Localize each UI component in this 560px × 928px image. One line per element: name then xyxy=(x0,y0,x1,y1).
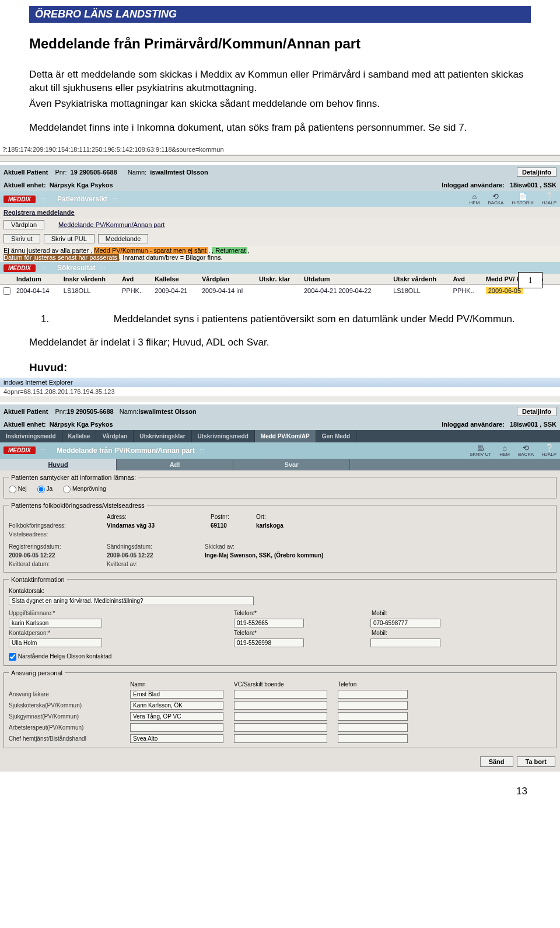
patient-bar-2: Aktuell Patient Pnr: 19 290505-6688 Namn… xyxy=(0,404,560,418)
upplamn-input[interactable]: karin Karlsson xyxy=(9,619,102,627)
meddix-logo: MEDDIX xyxy=(4,196,36,203)
ansv-lakare-input[interactable]: Ernst Blad xyxy=(130,690,223,699)
address-bar: ?:185:174:209:190:154:18:111:250:196:5:1… xyxy=(0,144,560,156)
page-title: Meddelande från Primärvård/Kommun/Annan … xyxy=(29,34,531,53)
screenshot-patient-overview: ?:185:174:209:190:154:18:111:250:196:5:1… xyxy=(0,144,560,296)
home-icon-2[interactable]: ⌂HEM xyxy=(499,444,510,457)
tab-kallelse[interactable]: Kallelse xyxy=(62,430,97,442)
print-pul-button[interactable]: Skriv ut PUL xyxy=(44,234,94,243)
radio-nej[interactable]: Nej xyxy=(9,486,27,493)
home-icon[interactable]: ⌂HEM xyxy=(470,193,480,205)
unit-bar-2: Aktuell enhet: Närpsyk Kga Psykos Inlogg… xyxy=(0,418,560,430)
status-legend: Ej ännu justerad av alla parter , Medd P… xyxy=(0,246,560,262)
list-text-1: Meddelandet syns i patientens patientöve… xyxy=(114,313,515,325)
tab-utskrivningsklar[interactable]: Utskrivningsklar xyxy=(134,430,191,442)
personnel-fieldset: Ansvarig personal Namn VC/Särskilt boend… xyxy=(4,669,556,748)
page-number: 13 xyxy=(0,772,560,803)
delete-button[interactable]: Ta bort xyxy=(517,756,555,767)
subtab-adl[interactable]: Adl xyxy=(117,459,233,470)
sokresultat-bar: MEDDIX ::: Sökresultat ::: xyxy=(0,262,560,274)
kontaktorsak-input[interactable]: Sista dygnet en aning förvirrad. Medicin… xyxy=(9,596,254,605)
radio-ja[interactable]: Ja xyxy=(37,486,52,493)
narstaende-checkbox[interactable]: Närstående Helga Olsson kontaktad xyxy=(9,653,111,661)
back-icon-2[interactable]: ⟲BACKA xyxy=(518,444,534,457)
callout-1: 1 xyxy=(518,272,542,288)
print-button[interactable]: Skriv ut xyxy=(4,234,40,243)
help-icon[interactable]: ❔HJÄLP xyxy=(542,193,556,205)
main-tabs: Inskrivningsmedd Kallelse Vårdplan Utskr… xyxy=(0,430,560,442)
print-icon[interactable]: 🖶SKRIV UT xyxy=(470,444,491,457)
org-banner: ÖREBRO LÄNS LANDSTING xyxy=(29,6,531,23)
mob1-input[interactable]: 070-6598777 xyxy=(370,619,440,627)
sub-tabs: Huvud Adl Svar xyxy=(0,459,560,470)
tel1-input[interactable]: 019-552665 xyxy=(234,619,304,627)
tabs-info: Meddelandet är indelat i 3 flikar; Huvud… xyxy=(29,337,531,348)
para-3: Meddelandet finns inte i Inkomna dokumen… xyxy=(29,121,531,135)
patient-bar: Aktuell Patient Pnr: 19 290505-6688 Namn… xyxy=(0,165,560,179)
window-title: indows Internet Explorer xyxy=(0,378,560,387)
results-table: Indatum Inskr vårdenh Avd Kallelse Vårdp… xyxy=(0,274,560,296)
subtab-svar[interactable]: Svar xyxy=(233,459,350,470)
kontp-input[interactable]: Ulla Holm xyxy=(9,639,102,647)
tab-vardplan[interactable]: Vårdplan xyxy=(96,430,134,442)
contact-fieldset: Kontaktinformation Kontaktorsak: Sista d… xyxy=(4,576,556,666)
row-checkbox[interactable] xyxy=(3,287,10,295)
tab-medd-pv-kom[interactable]: Medd PV/Kom/AP xyxy=(255,430,316,442)
screenshot-huvud-tab: indows Internet Explorer 4opnr=68.151.20… xyxy=(0,378,560,772)
sjuksk-input[interactable]: Karin Karlsson, ÖK xyxy=(130,701,223,710)
address-fieldset: Patientens folkbokföringsadress/vistelse… xyxy=(4,502,556,573)
tab-gen-medd[interactable]: Gen Medd xyxy=(316,430,356,442)
radio-men[interactable]: Menprövning xyxy=(63,486,106,493)
para-2: Även Psykiatriska mottagningar kan skick… xyxy=(29,97,531,111)
detail-info-button-2[interactable]: Detaljinfo xyxy=(517,407,556,416)
meddelande-button[interactable]: Meddelande xyxy=(98,234,149,243)
medd-pv-date-link[interactable]: 2009-06-05 xyxy=(486,287,523,294)
back-icon[interactable]: ⟲BACKA xyxy=(488,193,503,205)
help-icon-2[interactable]: ❔HJÄLP xyxy=(542,444,556,457)
chef-input[interactable]: Svea Alto xyxy=(130,734,223,743)
consent-fieldset: Patienten samtycker att information lämn… xyxy=(4,474,556,498)
mob2-input[interactable] xyxy=(370,639,440,647)
table-row[interactable]: 2004-04-14 LS18ÖLL PPHK.. 2009-04-21 200… xyxy=(0,285,560,296)
para-1: Detta är ett meddelande som skickas i Me… xyxy=(29,68,531,95)
meddelande-pv-link[interactable]: Meddelande PV/Kommun/Annan part xyxy=(58,221,164,228)
tel2-input[interactable]: 019-5526998 xyxy=(234,639,304,647)
unit-bar: Aktuell enhet: Närpsyk Kga Psykos Inlogg… xyxy=(0,179,560,191)
send-button[interactable]: Sänd xyxy=(480,756,513,767)
subtab-huvud[interactable]: Huvud xyxy=(0,459,117,470)
vardplan-button[interactable]: Vårdplan xyxy=(4,220,44,229)
sjukgym-input[interactable]: Vera Tång, OP VC xyxy=(130,712,223,721)
tab-utskrivningsmedd[interactable]: Utskrivningsmedd xyxy=(192,430,255,442)
tab-inskrivningsmedd[interactable]: Inskrivningsmedd xyxy=(0,430,62,442)
history-icon[interactable]: 📄HISTORIK xyxy=(512,193,534,205)
list-num-1: 1. xyxy=(41,313,111,326)
detail-info-button[interactable]: Detaljinfo xyxy=(517,168,556,177)
address-bar-2: 4opnr=68.151.208.201.176.194.35.123 xyxy=(0,387,560,396)
arbetster-input[interactable] xyxy=(130,723,223,732)
register-message-link[interactable]: Registrera meddelande xyxy=(4,209,75,216)
huvud-heading: Huvud: xyxy=(29,361,560,374)
meddix-header-2: MEDDIX ::: Meddelande från PV/Kommun/Ann… xyxy=(0,442,560,459)
meddix-header: MEDDIX ::: Patientöversikt ::: ⌂HEM ⟲BAC… xyxy=(0,191,560,207)
